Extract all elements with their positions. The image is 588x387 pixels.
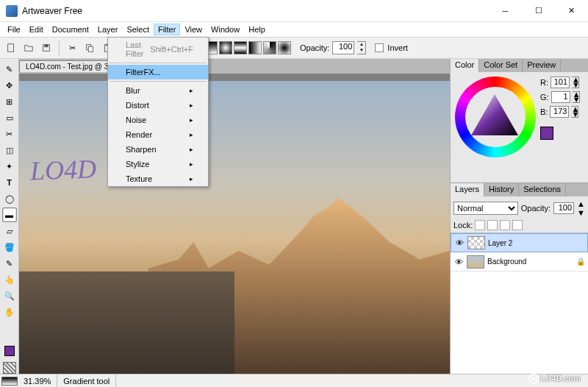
- smudge-tool[interactable]: 👆: [2, 272, 17, 287]
- layers-panel-tabs: Layers History Selections: [451, 183, 588, 196]
- layer-name[interactable]: Background: [487, 258, 573, 266]
- menu-filter[interactable]: Filter: [154, 24, 180, 35]
- menu-help[interactable]: Help: [244, 24, 270, 35]
- r-spinner[interactable]: ▲▼: [572, 77, 579, 88]
- g-spinner[interactable]: ▲▼: [573, 91, 580, 103]
- wand-tool[interactable]: ✦: [2, 159, 17, 174]
- gradient-preview[interactable]: [1, 377, 18, 386]
- gradient-tool[interactable]: ▬: [2, 207, 17, 222]
- lock-transparency-button[interactable]: [475, 220, 485, 230]
- layers-panel: Layers History Selections Normal Opacity…: [451, 182, 588, 374]
- crop-tool[interactable]: ◫: [2, 143, 17, 157]
- menu-distort[interactable]: Distort▸: [108, 98, 208, 113]
- tab-preview[interactable]: Preview: [523, 59, 561, 72]
- tab-color[interactable]: Color: [451, 59, 479, 72]
- color-swatches[interactable]: [4, 346, 15, 356]
- minimize-button[interactable]: ─: [489, 0, 522, 22]
- current-tool-name: Gradient tool: [57, 374, 116, 387]
- close-button[interactable]: ✕: [555, 0, 588, 22]
- tab-color-set[interactable]: Color Set: [479, 59, 523, 72]
- menu-last-filter: Last Filter Shift+Ctrl+F: [108, 38, 208, 61]
- foreground-color[interactable]: [4, 346, 15, 356]
- color-wheel[interactable]: [455, 77, 536, 157]
- canvas-image[interactable]: LO4D: [19, 81, 450, 374]
- gradient-reflected-button[interactable]: [234, 41, 247, 54]
- current-color-swatch[interactable]: [540, 127, 553, 140]
- layer-opacity-spinner[interactable]: ▲▼: [577, 199, 585, 217]
- toolbar: ✂ ↶ ↷ Opacity: 100 ▲▼ Invert: [0, 37, 588, 59]
- copy-button[interactable]: [82, 40, 98, 56]
- gradient-diamond-button[interactable]: [248, 41, 262, 54]
- menu-render[interactable]: Render▸: [108, 127, 208, 142]
- blend-mode-select[interactable]: Normal: [453, 202, 518, 215]
- text-tool[interactable]: T: [2, 175, 17, 190]
- brush-tool[interactable]: ✎: [2, 62, 17, 77]
- opacity-input[interactable]: 100: [332, 41, 354, 54]
- move-tool[interactable]: ✥: [2, 78, 17, 93]
- menu-select[interactable]: Select: [122, 24, 154, 35]
- cut-button[interactable]: ✂: [64, 40, 80, 56]
- tab-layers[interactable]: Layers: [451, 183, 484, 196]
- menu-texture[interactable]: Texture▸: [108, 171, 208, 186]
- watermark: LO4D.com: [527, 372, 581, 384]
- menu-file[interactable]: File: [3, 24, 25, 35]
- menu-document[interactable]: Document: [48, 24, 93, 35]
- lasso-tool[interactable]: ✂: [2, 127, 17, 141]
- menu-stylize[interactable]: Stylize▸: [108, 157, 208, 171]
- layer-opacity-input[interactable]: 100: [553, 202, 574, 214]
- submenu-arrow-icon: ▸: [190, 116, 193, 124]
- opacity-spinner[interactable]: ▲▼: [357, 41, 366, 54]
- marquee-tool[interactable]: ▭: [2, 110, 17, 125]
- eyedropper-tool[interactable]: ✎: [2, 256, 17, 271]
- gradient-square-button[interactable]: [278, 41, 291, 54]
- layer-opacity-label: Opacity:: [521, 204, 551, 213]
- layer-thumbnail[interactable]: [467, 236, 485, 249]
- new-file-button[interactable]: [3, 40, 19, 56]
- maximize-button[interactable]: ☐: [522, 0, 555, 22]
- r-input[interactable]: 101: [551, 77, 570, 88]
- menu-blur[interactable]: Blur▸: [108, 83, 208, 98]
- hand-tool[interactable]: ✋: [2, 305, 17, 319]
- menu-layer[interactable]: Layer: [93, 24, 123, 35]
- fill-tool[interactable]: 🪣: [2, 240, 17, 255]
- submenu-arrow-icon: ▸: [190, 160, 193, 168]
- layer-thumbnail[interactable]: [467, 255, 484, 269]
- pattern-swatch[interactable]: [3, 362, 16, 374]
- menu-view[interactable]: View: [180, 24, 207, 35]
- lock-all-button[interactable]: [512, 220, 523, 230]
- open-button[interactable]: [21, 40, 37, 56]
- lock-pixels-button[interactable]: [487, 220, 498, 230]
- zoom-level[interactable]: 31.39%: [18, 374, 57, 387]
- submenu-arrow-icon: ▸: [190, 146, 193, 153]
- visibility-toggle-icon[interactable]: 👁: [454, 238, 465, 247]
- b-input[interactable]: 173: [550, 106, 569, 118]
- menu-sharpen[interactable]: Sharpen▸: [108, 142, 208, 157]
- svg-rect-0: [8, 44, 14, 52]
- menu-filterfx[interactable]: FilterFX...: [108, 65, 208, 79]
- b-spinner[interactable]: ▲▼: [571, 106, 578, 118]
- lock-position-button[interactable]: [500, 220, 510, 230]
- canvas-viewport[interactable]: LO4D: [19, 74, 450, 374]
- rgb-inputs: R:101▲▼ G:1▲▼ B:173▲▼: [540, 77, 580, 178]
- menu-edit[interactable]: Edit: [25, 24, 48, 35]
- layer-row[interactable]: 👁 Background 🔒: [451, 252, 588, 271]
- layer-row[interactable]: 👁 Layer 2: [451, 233, 588, 252]
- window-title: Artweaver Free: [22, 6, 489, 16]
- visibility-toggle-icon[interactable]: 👁: [453, 258, 464, 266]
- menu-separator: [110, 63, 207, 63]
- eraser-tool[interactable]: ▱: [2, 224, 17, 238]
- save-button[interactable]: [38, 40, 54, 56]
- zoom-tool[interactable]: 🔍: [2, 288, 17, 303]
- svg-rect-2: [44, 45, 48, 48]
- tab-selections[interactable]: Selections: [519, 183, 566, 196]
- menu-window[interactable]: Window: [207, 24, 244, 35]
- stamp-tool[interactable]: ⊞: [2, 94, 17, 109]
- tab-history[interactable]: History: [484, 183, 519, 196]
- gradient-radial-button[interactable]: [219, 41, 232, 54]
- layer-name[interactable]: Layer 2: [488, 239, 573, 247]
- shape-tool[interactable]: ◯: [2, 191, 17, 206]
- g-input[interactable]: 1: [551, 91, 570, 103]
- menu-noise[interactable]: Noise▸: [108, 113, 208, 127]
- gradient-angle-button[interactable]: [263, 41, 276, 54]
- invert-checkbox[interactable]: [375, 43, 384, 52]
